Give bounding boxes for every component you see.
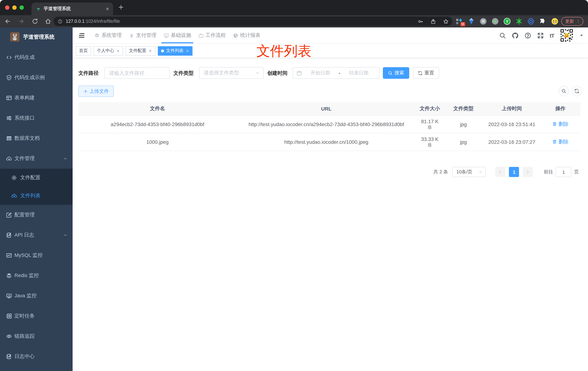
- top-menu-label: 系统管理: [102, 32, 122, 39]
- delete-button[interactable]: 删除: [552, 139, 568, 145]
- tag-文件配置[interactable]: 文件配置: [126, 46, 155, 55]
- upload-file-button[interactable]: 上传文件: [78, 86, 114, 97]
- sidebar: 🐰 芋道管理系统 代码生成代码生成示例表单构建系统接口数据库文档文件管理文件配置…: [0, 27, 73, 371]
- sidebar-item-Redis 监控[interactable]: Redis 监控: [0, 265, 73, 286]
- star-extension-icon[interactable]: [515, 18, 523, 25]
- toggle-search-button[interactable]: [559, 86, 569, 96]
- password-key-icon[interactable]: [418, 19, 423, 24]
- recorder-extension-icon[interactable]: [492, 18, 499, 25]
- fullscreen-icon[interactable]: [537, 32, 544, 39]
- browser-update-button[interactable]: 更新: [561, 17, 583, 26]
- sidebar-squares-extension-icon[interactable]: 11: [456, 18, 463, 25]
- avatar-dropdown-icon[interactable]: [579, 33, 584, 38]
- eye-icon: [6, 333, 12, 339]
- new-tab-button[interactable]: [118, 4, 124, 10]
- tag-label: 首页: [79, 48, 88, 54]
- sidebar-item-日志中心[interactable]: 日志中心: [0, 346, 73, 367]
- y-extension-icon[interactable]: Y: [504, 18, 511, 25]
- column-header-URL: URL: [237, 103, 416, 115]
- pagination: 共 2 条 10条/页 1 前往 页: [433, 167, 579, 177]
- tag-首页[interactable]: 首页: [76, 46, 91, 55]
- page-number-button[interactable]: 1: [509, 167, 519, 177]
- chevron-right-icon: [526, 170, 530, 174]
- sidebar-item-数据库文档[interactable]: 数据库文档: [0, 128, 73, 148]
- sidebar-item-系统接口[interactable]: 系统接口: [0, 108, 73, 128]
- top-menu-支付管理[interactable]: ¥支付管理: [125, 27, 160, 43]
- smiley-extension-icon[interactable]: [551, 18, 558, 25]
- sidebar-item-label: 配置管理: [14, 212, 35, 218]
- browser-tab[interactable]: 芋道管理系统: [32, 2, 113, 15]
- help-icon[interactable]: [525, 32, 531, 39]
- file-type-select[interactable]: 请选择文件类型: [199, 67, 264, 79]
- page-size-value: 10条/页: [456, 169, 472, 175]
- sidebar-item-文件管理[interactable]: 文件管理: [0, 148, 73, 169]
- minimize-window-button[interactable]: [12, 5, 17, 10]
- goto-page-input[interactable]: [556, 167, 572, 177]
- sidebar-item-MySQL 监控[interactable]: MySQL 监控: [0, 245, 73, 265]
- sidebar-subitem-文件配置[interactable]: 文件配置: [0, 169, 73, 187]
- sidebar-submenu: 文件配置文件列表: [0, 169, 73, 205]
- page-size-select[interactable]: 10条/页: [452, 167, 486, 177]
- github-icon[interactable]: [512, 32, 519, 39]
- delete-label: 删除: [558, 121, 568, 127]
- search-icon: [561, 88, 566, 94]
- tab-close-icon[interactable]: [105, 7, 109, 11]
- home-icon[interactable]: [45, 18, 51, 25]
- maximize-window-button[interactable]: [20, 5, 24, 10]
- column-header-文件类型: 文件类型: [443, 102, 483, 115]
- command-extension-icon[interactable]: ⌘: [480, 18, 487, 25]
- font-size-icon[interactable]: tT: [550, 32, 554, 39]
- sidebar-item-API 日志[interactable]: API 日志: [0, 225, 73, 245]
- app-header: 系统管理¥支付管理基础设施工作流程统计报表 tT: [73, 27, 588, 44]
- browser-titlebar: 芋道管理系统: [0, 0, 588, 15]
- cloud-upload-icon: [11, 193, 17, 199]
- share-icon[interactable]: [430, 19, 436, 24]
- top-menu-基础设施[interactable]: 基础设施: [160, 27, 195, 43]
- gem-extension-icon[interactable]: [468, 18, 475, 25]
- upload-button-label: 上传文件: [89, 88, 109, 95]
- search-button[interactable]: 搜索: [383, 67, 409, 79]
- forward-icon[interactable]: [18, 18, 25, 25]
- sidebar-item-表单构建[interactable]: 表单构建: [0, 88, 73, 108]
- sidebar-logo[interactable]: 🐰 芋道管理系统: [0, 27, 73, 46]
- sidebar-item-定时任务[interactable]: 定时任务: [0, 306, 73, 326]
- top-menu-工作流程[interactable]: 工作流程: [195, 27, 229, 43]
- sidebar-item-链路追踪[interactable]: 链路追踪: [0, 326, 73, 346]
- reload-icon[interactable]: [32, 18, 38, 25]
- tag-文件列表[interactable]: 文件列表: [158, 46, 192, 55]
- prev-page-button[interactable]: [495, 167, 505, 177]
- refresh-table-button[interactable]: [572, 86, 582, 96]
- file-path-input[interactable]: [104, 67, 170, 79]
- extension-badge: 11: [460, 22, 465, 26]
- sidebar-item-代码生成示例[interactable]: 代码生成示例: [0, 68, 73, 88]
- cell-url: http://test.yudao.iocoder.cn/1000.jpeg: [237, 135, 416, 149]
- sidebar-item-代码生成[interactable]: 代码生成: [0, 47, 73, 68]
- file-type-label: 文件类型: [173, 67, 194, 79]
- reset-button[interactable]: 重置: [413, 67, 439, 79]
- tag-label: 文件列表: [166, 48, 183, 54]
- close-window-button[interactable]: [5, 5, 9, 10]
- top-menu-系统管理[interactable]: 系统管理: [91, 27, 125, 43]
- date-range-picker[interactable]: 开始日期 - 结束日期: [293, 67, 380, 79]
- browser-menu-icon[interactable]: [576, 19, 580, 23]
- top-menu-统计报表[interactable]: 统计报表: [229, 27, 264, 43]
- site-info-icon[interactable]: [58, 19, 63, 24]
- eye-extension-icon[interactable]: [527, 18, 535, 25]
- log-edit-icon: [6, 232, 12, 238]
- edit-square-icon: [6, 212, 12, 218]
- app-title: 芋道管理系统: [23, 33, 54, 40]
- avatar[interactable]: [560, 29, 574, 42]
- url-bar[interactable]: 127.0.0.1:1024/infra/file/file: [53, 17, 452, 26]
- collapse-sidebar-icon[interactable]: [78, 32, 85, 39]
- bookmark-star-icon[interactable]: [443, 19, 449, 24]
- file-table: 文件名URL文件大小文件类型上传时间操作 a294ecb2-73dd-4353-…: [78, 102, 580, 151]
- back-icon[interactable]: [4, 18, 11, 25]
- next-page-button[interactable]: [523, 167, 533, 177]
- search-icon[interactable]: [499, 32, 506, 39]
- tag-个人中心[interactable]: 个人中心: [94, 46, 123, 55]
- sidebar-subitem-文件列表[interactable]: 文件列表: [0, 187, 73, 205]
- delete-button[interactable]: 删除: [552, 121, 568, 127]
- sidebar-item-配置管理[interactable]: 配置管理: [0, 205, 73, 225]
- sidebar-item-Java 监控[interactable]: Java 监控: [0, 286, 73, 306]
- puzzle-extension-icon[interactable]: [539, 18, 546, 25]
